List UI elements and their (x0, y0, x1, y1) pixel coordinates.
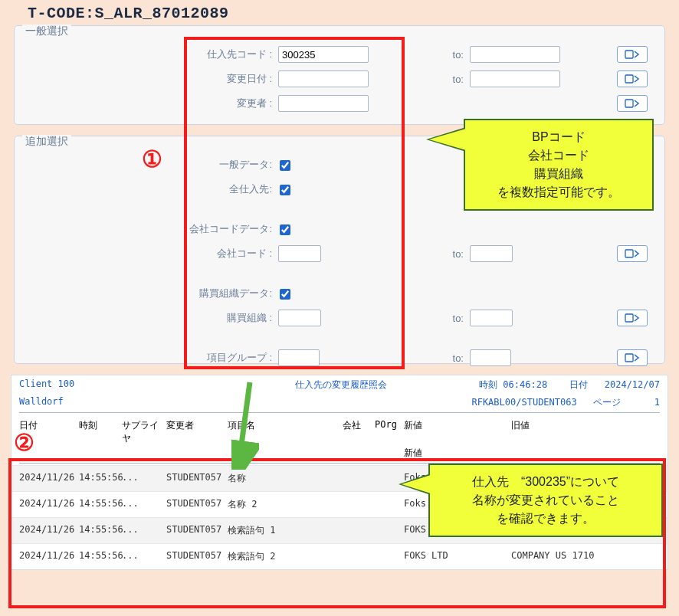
to-change-date: to: (378, 74, 470, 85)
svg-rect-4 (625, 314, 633, 322)
input-company-code[interactable] (278, 245, 321, 262)
checkbox-purch-org-data[interactable] (280, 289, 290, 300)
to-purch-org: to: (378, 313, 470, 324)
svg-rect-2 (625, 100, 633, 107)
label-supplier: 仕入先コード : (25, 48, 278, 61)
panel-additional-legend: 追加選択 (22, 135, 71, 149)
label-purch-org: 購買組織 : (25, 311, 278, 325)
panel-general-legend: 一般選択 (22, 25, 71, 38)
svg-rect-1 (625, 75, 633, 83)
input-company-code-to[interactable] (470, 245, 513, 262)
tcode-label: T-CODE:S_ALR_87012089 (0, 0, 679, 25)
svg-rect-3 (625, 250, 633, 257)
circled-number-2: ② (14, 429, 34, 456)
checkbox-company-data[interactable] (280, 224, 290, 235)
report-date-label: 日付 (569, 379, 588, 390)
report-walldorf: Walldorf (19, 396, 295, 409)
input-change-date-to[interactable] (470, 70, 560, 87)
input-changed-by[interactable] (278, 95, 369, 112)
input-supplier-to[interactable] (470, 46, 560, 63)
callout1-tail-fill (429, 129, 466, 150)
multi-select-company-code[interactable] (617, 245, 648, 262)
report-page: 1 (654, 397, 660, 408)
report-date: 2024/12/07 (605, 379, 660, 390)
to-supplier: to: (378, 49, 470, 61)
callout-1: BPコード 会社コード 購買組織 を複数指定可能です。 (464, 119, 654, 211)
table-row: 2024/11/2614:55:56...STUDENT057検索語句 2FOK… (11, 543, 668, 569)
input-supplier[interactable] (278, 46, 369, 63)
report-prog: RFKABL00/STUDENT063 (471, 397, 576, 408)
circled-number-1: ① (142, 146, 162, 172)
svg-rect-0 (625, 51, 633, 58)
label-company-data: 会社コードデータ: (25, 222, 278, 236)
multi-select-item-group[interactable] (617, 349, 648, 366)
callout2-tail-fill (402, 475, 431, 493)
multi-select-purch-org[interactable] (617, 310, 648, 326)
callout-2: 仕入先 “300235”について 名称が変更されていること を確認できます。 (428, 464, 663, 537)
input-change-date[interactable] (278, 70, 369, 87)
panel-general: 一般選択 仕入先コード : to: 変更日付 : to: 変更者 : (14, 25, 665, 125)
input-item-group[interactable] (278, 349, 320, 366)
report-time: 06:46:28 (503, 379, 547, 390)
report-page-label: ページ (593, 397, 621, 408)
input-purch-org[interactable] (278, 310, 321, 326)
report-title: 仕入先の変更履歴照会 (295, 378, 479, 392)
checkbox-all-suppliers[interactable] (280, 185, 290, 195)
label-purch-org-data: 購買組織データ: (25, 287, 278, 300)
input-purch-org-to[interactable] (470, 310, 513, 326)
label-item-group: 項目グループ : (25, 351, 278, 365)
label-all-suppliers: 全仕入先: (25, 182, 278, 196)
multi-select-changed-by[interactable] (617, 95, 648, 112)
report-time-label: 時刻 (479, 379, 497, 390)
to-item-group: to: (378, 352, 470, 364)
input-item-group-to[interactable] (470, 349, 511, 366)
multi-select-change-date[interactable] (617, 70, 648, 87)
svg-rect-5 (625, 354, 633, 362)
multi-select-supplier[interactable] (617, 46, 648, 63)
checkbox-general-data[interactable] (280, 160, 290, 171)
to-company-code: to: (378, 248, 470, 260)
label-change-date: 変更日付 : (25, 72, 278, 86)
label-company-code: 会社コード : (25, 247, 278, 260)
report-client: Client 100 (19, 378, 295, 392)
report-column-headers: 日付 時刻 サプライヤ 変更者 項目名 会社 POrg 新値 旧値 (11, 414, 668, 447)
label-changed-by: 変更者 : (25, 97, 278, 110)
